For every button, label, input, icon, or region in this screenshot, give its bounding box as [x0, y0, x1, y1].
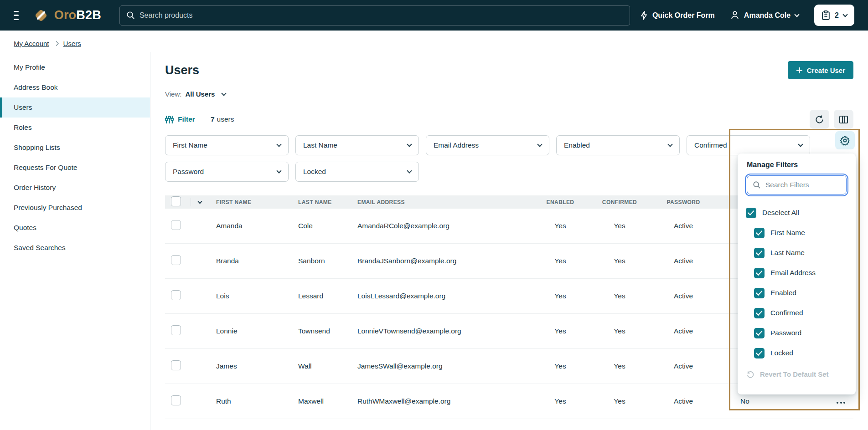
filter-locked[interactable]: Locked [295, 162, 419, 182]
manage-filters-panel: Manage Filters Deselect All First Name L… [738, 154, 856, 394]
filter-search-box[interactable] [747, 175, 847, 195]
filter-option-confirmed[interactable]: Confirmed [746, 303, 847, 323]
chevron-down-icon [537, 142, 542, 147]
chevron-down-icon [842, 12, 847, 17]
refresh-icon [815, 115, 824, 124]
logo-text-oro: Oro [54, 8, 77, 22]
filter-last-name[interactable]: Last Name [295, 135, 419, 155]
quick-order-form-link[interactable]: Quick Order Form [640, 11, 715, 20]
filter-option-password[interactable]: Password [746, 323, 847, 343]
orob2b-logo[interactable]: OroB2B [32, 7, 101, 24]
manage-filters-gear-button[interactable] [835, 131, 855, 149]
chevron-down-icon [667, 142, 672, 147]
chevron-down-icon [276, 142, 281, 147]
column-header-email-address[interactable]: EMAIL ADDRESS [357, 199, 531, 205]
refresh-grid-button[interactable] [810, 110, 829, 129]
view-label: View: [165, 90, 181, 98]
chevron-down-icon [407, 168, 412, 173]
person-icon [730, 10, 739, 20]
filter-enabled[interactable]: Enabled [556, 135, 680, 155]
breadcrumb-separator-icon [54, 41, 58, 46]
logo-text-b2b: B2B [76, 8, 101, 22]
shopping-list-button[interactable]: 2 [814, 5, 854, 26]
plus-icon [796, 67, 803, 74]
chevron-down-icon [276, 168, 281, 173]
sidebar-item-address-book[interactable]: Address Book [0, 77, 150, 97]
search-icon [753, 181, 761, 189]
sidebar-item-saved-searches[interactable]: Saved Searches [0, 238, 150, 258]
grid-columns-button[interactable] [834, 110, 853, 129]
filter-option-email-address[interactable]: Email Address [746, 263, 847, 283]
chevron-down-icon [407, 142, 412, 147]
view-selector[interactable]: All Users [185, 90, 215, 98]
row-checkbox[interactable] [171, 360, 181, 370]
sidebar-item-previously-purchased[interactable]: Previously Purchased [0, 198, 150, 218]
filter-search-input[interactable] [765, 181, 841, 189]
checked-checkbox[interactable] [754, 288, 765, 298]
checked-checkbox[interactable] [754, 308, 765, 318]
filter-pills-row-1: First Name Last Name Email Address Enabl… [165, 135, 853, 155]
checked-checkbox[interactable] [754, 328, 765, 338]
filter-option-first-name[interactable]: First Name [746, 223, 847, 243]
column-header-confirmed[interactable]: CONFIRMED [590, 199, 649, 205]
gear-icon [840, 135, 850, 146]
user-name: Amanda Cole [744, 11, 790, 20]
table-row-partial[interactable] [165, 419, 853, 430]
row-checkbox[interactable] [171, 255, 181, 265]
select-all-checkbox[interactable] [171, 196, 181, 206]
sidebar-item-order-history[interactable]: Order History [0, 178, 150, 198]
columns-icon [839, 115, 848, 124]
checked-checkbox[interactable] [754, 348, 765, 358]
checked-checkbox[interactable] [754, 248, 765, 258]
lightning-icon [640, 11, 648, 20]
product-search-box[interactable] [119, 5, 630, 26]
column-header-last-name[interactable]: LAST NAME [298, 199, 357, 205]
chevron-down-icon[interactable] [222, 91, 227, 96]
sidebar-item-roles[interactable]: Roles [0, 118, 150, 138]
account-sidebar: My Profile Address Book Users Roles Shop… [0, 52, 150, 430]
filter-option-last-name[interactable]: Last Name [746, 243, 847, 263]
select-dropdown-icon[interactable] [198, 199, 202, 204]
clipboard-icon [822, 10, 830, 20]
create-user-button[interactable]: Create User [788, 61, 853, 79]
row-checkbox[interactable] [171, 290, 181, 300]
column-header-first-name[interactable]: FIRST NAME [216, 199, 298, 205]
search-icon [126, 11, 135, 20]
filter-password[interactable]: Password [165, 162, 289, 182]
logo-diamond-icon [32, 7, 50, 24]
chevron-down-icon [798, 142, 803, 147]
chevron-down-icon [794, 12, 799, 17]
filter-option-locked[interactable]: Locked [746, 343, 847, 363]
breadcrumb: My Account Users [0, 31, 868, 52]
sidebar-item-quotes[interactable]: Quotes [0, 218, 150, 238]
revert-default-button[interactable]: Revert To Default Set [746, 364, 847, 384]
page-title: Users [165, 63, 199, 77]
sidebar-item-my-profile[interactable]: My Profile [0, 57, 150, 77]
checked-checkbox[interactable] [746, 208, 756, 218]
sidebar-item-requests-for-quote[interactable]: Requests For Quote [0, 158, 150, 178]
filter-first-name[interactable]: First Name [165, 135, 289, 155]
deselect-all-option[interactable]: Deselect All [746, 203, 847, 223]
filter-option-enabled[interactable]: Enabled [746, 283, 847, 303]
filter-email-address[interactable]: Email Address [426, 135, 549, 155]
row-checkbox[interactable] [171, 395, 181, 405]
filter-sliders-icon [165, 115, 174, 124]
sidebar-item-users[interactable]: Users [0, 97, 150, 118]
column-header-enabled[interactable]: ENABLED [531, 199, 590, 205]
row-actions-icon[interactable] [837, 402, 845, 404]
hamburger-menu-icon[interactable] [14, 11, 19, 20]
filter-confirmed[interactable]: Confirmed [687, 135, 810, 155]
shopping-list-count: 2 [835, 11, 839, 20]
checked-checkbox[interactable] [754, 268, 765, 278]
search-input[interactable] [140, 11, 623, 20]
row-checkbox[interactable] [171, 220, 181, 230]
breadcrumb-my-account[interactable]: My Account [14, 40, 49, 47]
row-checkbox[interactable] [171, 325, 181, 335]
filter-toggle-button[interactable]: Filter [165, 115, 195, 124]
manage-filters-title: Manage Filters [747, 161, 847, 169]
user-menu[interactable]: Amanda Cole [730, 10, 799, 20]
column-header-password[interactable]: PASSWORD [649, 199, 718, 205]
sidebar-item-shopping-lists[interactable]: Shopping Lists [0, 138, 150, 158]
checked-checkbox[interactable] [754, 228, 765, 238]
breadcrumb-users[interactable]: Users [63, 40, 81, 47]
